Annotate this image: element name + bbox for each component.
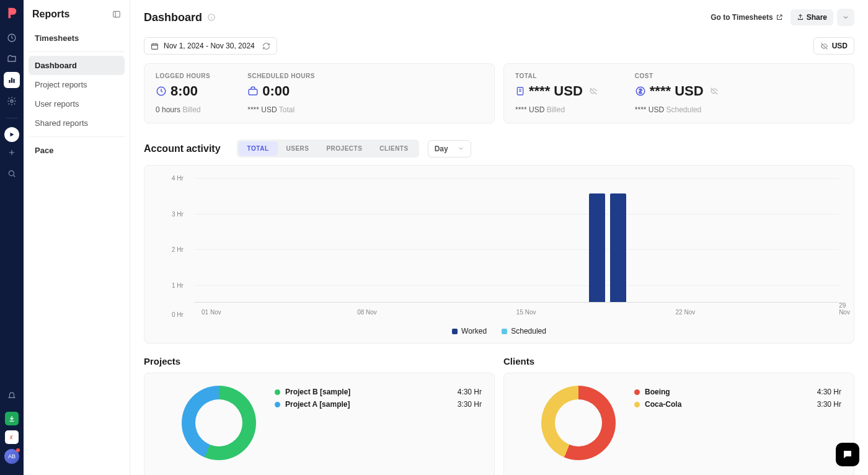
invoice-icon: [515, 86, 525, 97]
projects-title: Projects: [144, 356, 495, 366]
legend-scheduled: Scheduled: [502, 327, 546, 335]
x-tick: 01 Nov: [202, 309, 221, 316]
y-tick: 1 Hr: [172, 282, 184, 288]
activity-tabs: TOTAL USERS PROJECTS CLIENTS: [237, 140, 419, 158]
x-tick: 15 Nov: [516, 309, 536, 316]
total-value: **** USD: [529, 83, 583, 99]
divider: [6, 118, 17, 118]
nav-folder-icon[interactable]: [4, 51, 20, 67]
scheduled-hours-value: 0:00: [262, 83, 290, 99]
granularity-select[interactable]: Day: [428, 140, 471, 158]
x-tick: 08 Nov: [357, 309, 377, 316]
activity-chart: 4 Hr 3 Hr 2 Hr 1 Hr 0 Hr 01 Nov 08 Nov 1…: [144, 165, 854, 344]
total-label: TOTAL: [515, 73, 598, 79]
chat-fab[interactable]: [836, 443, 859, 466]
cost-value: **** USD: [650, 83, 704, 99]
date-range-text: Nov 1, 2024 - Nov 30, 2024: [164, 42, 255, 50]
nav-time-icon[interactable]: [4, 30, 20, 46]
svg-rect-10: [249, 89, 257, 95]
play-button[interactable]: [4, 127, 19, 142]
svg-rect-1: [9, 80, 10, 83]
chart-bar[interactable]: [610, 193, 626, 302]
cost-label: COST: [635, 73, 719, 79]
sidebar-item-shared-reports[interactable]: Shared reports: [29, 113, 125, 133]
y-tick: 2 Hr: [172, 246, 184, 253]
eye-off-icon[interactable]: [710, 87, 719, 95]
breakdown-row[interactable]: Coca-Cola3:30 Hr: [634, 398, 841, 411]
legend-worked: Worked: [452, 327, 487, 335]
nav-settings-icon[interactable]: [4, 93, 20, 109]
sidebar-item-dashboard[interactable]: Dashboard: [29, 56, 125, 75]
chart-bar[interactable]: [589, 193, 605, 302]
sidebar-title: Reports: [32, 9, 69, 20]
x-tick: 22 Nov: [676, 309, 696, 316]
svg-point-4: [11, 100, 13, 102]
date-range-picker[interactable]: Nov 1, 2024 - Nov 30, 2024: [144, 37, 277, 55]
briefcase-icon: [247, 86, 259, 97]
notifications-icon[interactable]: [4, 388, 20, 404]
svg-point-5: [9, 171, 14, 175]
svg-rect-2: [11, 78, 12, 83]
cost-card: TOTAL **** USD **** USD Billed COST ****…: [503, 63, 854, 123]
hours-card: LOGGED HOURS 8:00 0 hours Billed SCHEDUL…: [144, 63, 495, 123]
clients-card: Boeing4:30 HrCoca-Cola3:30 Hr: [503, 373, 854, 475]
breakdown-row[interactable]: Project A [sample]3:30 Hr: [275, 398, 482, 411]
nav-search-icon[interactable]: [4, 166, 20, 182]
app-logo[interactable]: [5, 6, 19, 20]
tab-total[interactable]: TOTAL: [239, 141, 278, 156]
tab-clients[interactable]: CLIENTS: [371, 141, 417, 156]
breakdown-row[interactable]: Boeing4:30 Hr: [634, 386, 841, 398]
currency-toggle[interactable]: USD: [813, 37, 854, 55]
share-more-button[interactable]: [837, 9, 854, 26]
nav-reports-icon[interactable]: [4, 72, 20, 88]
download-button[interactable]: [5, 412, 19, 425]
apps-button[interactable]: [5, 430, 19, 444]
go-to-timesheets-link[interactable]: Go to Timesheets: [707, 11, 786, 24]
page-title: Dashboard: [144, 11, 216, 24]
scheduled-hours-label: SCHEDULED HOURS: [247, 73, 315, 79]
sidebar-item-user-reports[interactable]: User reports: [29, 94, 125, 113]
projects-donut: [182, 386, 256, 460]
clients-title: Clients: [503, 356, 854, 366]
tab-projects[interactable]: PROJECTS: [317, 141, 371, 156]
activity-title: Account activity: [144, 143, 221, 154]
logged-hours-value: 8:00: [170, 83, 198, 99]
refresh-icon[interactable]: [262, 42, 270, 50]
projects-card: Project B [sample]4:30 HrProject A [samp…: [144, 373, 495, 475]
sidebar-item-project-reports[interactable]: Project reports: [29, 75, 125, 94]
tab-users[interactable]: USERS: [278, 141, 318, 156]
dollar-icon: [635, 86, 646, 97]
x-tick: 29 Nov: [839, 302, 850, 316]
y-tick: 0 Hr: [172, 311, 184, 318]
logged-hours-label: LOGGED HOURS: [156, 73, 210, 79]
y-tick: 4 Hr: [172, 175, 184, 182]
sidebar-item-pace[interactable]: Pace: [29, 141, 125, 160]
share-button[interactable]: Share: [790, 9, 833, 25]
collapse-sidebar-icon[interactable]: [112, 10, 121, 19]
clock-icon: [156, 86, 167, 97]
user-avatar[interactable]: AB: [4, 449, 19, 464]
svg-rect-6: [113, 11, 120, 17]
eye-off-icon: [820, 42, 828, 50]
svg-rect-8: [152, 43, 158, 49]
clients-donut: [541, 386, 616, 460]
info-icon[interactable]: [207, 13, 216, 22]
svg-rect-3: [13, 79, 14, 82]
breakdown-row[interactable]: Project B [sample]4:30 Hr: [275, 386, 482, 398]
y-tick: 3 Hr: [172, 210, 184, 217]
eye-off-icon[interactable]: [589, 87, 598, 95]
nav-add-icon[interactable]: [4, 144, 20, 161]
sidebar-item-timesheets[interactable]: Timesheets: [29, 29, 125, 48]
